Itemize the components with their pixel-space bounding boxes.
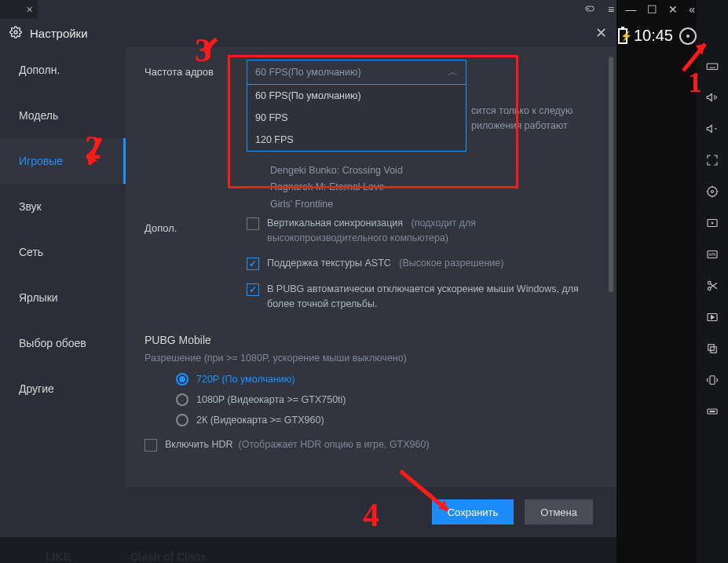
maximize-icon[interactable]: ☐ bbox=[647, 3, 657, 16]
additional-label: Допол. bbox=[145, 216, 247, 234]
framerate-option-60[interactable]: 60 FPS(По умолчанию) bbox=[247, 85, 466, 107]
svg-rect-11 bbox=[708, 345, 715, 351]
game-list-item: Ragnarok M: Eternal Love bbox=[270, 179, 598, 196]
video-play-icon[interactable] bbox=[704, 309, 720, 325]
framerate-side-note-2: риложения работают bbox=[471, 119, 573, 133]
collapse-sidebar-icon[interactable]: « bbox=[689, 3, 695, 16]
background-app-labels: LIKE Clash of Clans bbox=[46, 550, 207, 563]
keyboard-icon[interactable] bbox=[704, 58, 720, 74]
settings-close-button[interactable]: ✕ bbox=[595, 24, 607, 42]
svg-point-8 bbox=[708, 281, 711, 284]
svg-point-3 bbox=[708, 187, 717, 196]
svg-rect-12 bbox=[711, 347, 717, 353]
pubg-resolution-hint: Разрешение (при >= 1080P, ускорение мыши… bbox=[145, 353, 598, 364]
sidebar-item-shortcuts[interactable]: Ярлыки bbox=[0, 275, 126, 320]
svg-point-15 bbox=[710, 411, 712, 412]
scissors-icon[interactable] bbox=[704, 278, 720, 294]
svg-point-17 bbox=[714, 411, 715, 412]
framerate-label: Частота адров bbox=[145, 60, 247, 78]
scrollbar[interactable] bbox=[609, 57, 613, 292]
game-list-item: Girls' Frontline bbox=[270, 196, 598, 213]
pubg-res-720p-radio[interactable] bbox=[176, 373, 188, 386]
pubg-res-1080p-label: 1080P (Видеокарта >= GTX750ti) bbox=[196, 394, 346, 405]
hdr-hint: (Отображает HDR опцию в игре, GTX960) bbox=[239, 439, 430, 450]
sidebar-item-network[interactable]: Сеть bbox=[0, 229, 126, 275]
settings-sidebar: Дополн. Модель Игровые Звук Сеть Ярлыки … bbox=[0, 47, 126, 487]
hdr-label: Включить HDR bbox=[165, 439, 233, 450]
hdr-checkbox[interactable] bbox=[145, 439, 157, 451]
shake-icon[interactable] bbox=[704, 372, 720, 388]
sidebar-item-additional[interactable]: Дополн. bbox=[0, 47, 126, 93]
window-close-icon[interactable]: ✕ bbox=[668, 3, 678, 16]
cancel-button[interactable]: Отмена bbox=[525, 499, 593, 525]
bg-label-clash: Clash of Clans bbox=[130, 550, 207, 563]
settings-panel: Настройки ✕ Дополн. Модель Игровые Звук … bbox=[0, 19, 616, 537]
svg-rect-13 bbox=[710, 376, 715, 385]
settings-footer: Сохранить Отмена bbox=[0, 487, 616, 537]
save-button[interactable]: Сохранить bbox=[432, 499, 514, 525]
settings-header: Настройки ✕ bbox=[0, 19, 616, 47]
gamepad-icon[interactable] bbox=[583, 3, 597, 16]
bg-label-like: LIKE bbox=[46, 550, 71, 563]
gear-icon bbox=[9, 26, 22, 41]
apk-icon[interactable]: APK bbox=[704, 247, 720, 262]
emulator-status-bar: ⚡ 10:45 bbox=[618, 27, 697, 45]
battery-icon: ⚡ bbox=[618, 28, 627, 44]
pubg-res-2k-label: 2К (Видеокарта >= GTX960) bbox=[196, 415, 324, 426]
svg-text:APK: APK bbox=[709, 253, 716, 257]
pubg-res-2k-radio[interactable] bbox=[176, 414, 188, 426]
framerate-option-120[interactable]: 120 FPS bbox=[247, 129, 466, 151]
more-icon[interactable] bbox=[704, 404, 720, 419]
emulator-toolbar: APK bbox=[697, 0, 728, 563]
framerate-selected-value: 60 FPS(По умолчанию) bbox=[255, 67, 361, 78]
vsync-label: Вертикальная синхронизация bbox=[267, 218, 403, 228]
volume-up-icon[interactable] bbox=[704, 90, 720, 105]
tab-close-icon[interactable]: ✕ bbox=[26, 5, 33, 15]
astc-label: Поддержка текстуры ASTC bbox=[267, 258, 391, 269]
pubg-section-title: PUBG Mobile bbox=[145, 334, 598, 346]
multi-window-icon[interactable] bbox=[704, 341, 720, 356]
framerate-dropdown: 60 FPS(По умолчанию) 90 FPS 120 FPS bbox=[247, 85, 466, 152]
svg-point-16 bbox=[712, 411, 713, 412]
pubg-res-720p-label: 720P (По умолчанию) bbox=[196, 374, 294, 385]
sidebar-item-sound[interactable]: Звук bbox=[0, 184, 126, 229]
status-time: 10:45 bbox=[634, 27, 673, 45]
astc-checkbox[interactable] bbox=[247, 258, 259, 270]
framerate-side-note-1: сится только к следую bbox=[471, 104, 573, 119]
emulator-titlebar: ✕ bbox=[0, 0, 616, 19]
volume-down-icon[interactable] bbox=[704, 121, 720, 137]
vsync-checkbox[interactable] bbox=[247, 218, 259, 230]
settings-main: Частота адров 60 FPS(По умолчанию) ︿ 60 … bbox=[126, 47, 616, 487]
location-icon[interactable] bbox=[704, 184, 720, 199]
sidebar-item-other[interactable]: Другие bbox=[0, 366, 126, 411]
status-settings-icon[interactable] bbox=[679, 27, 697, 45]
astc-hint: (Высокое разрешение) bbox=[399, 258, 503, 269]
svg-point-9 bbox=[708, 287, 711, 291]
sidebar-item-wallpaper[interactable]: Выбор обоев bbox=[0, 320, 126, 366]
svg-point-4 bbox=[712, 191, 714, 193]
add-window-icon[interactable] bbox=[704, 215, 720, 231]
minimize-icon[interactable]: — bbox=[625, 3, 636, 16]
window-controls: ≡ — ☐ ✕ « bbox=[542, 0, 695, 19]
emulator-tab[interactable]: ✕ bbox=[0, 0, 38, 19]
pubg-accel-label: В PUBG автоматически отключается ускорен… bbox=[267, 282, 598, 312]
game-list-item: Dengeki Bunko: Crossing Void bbox=[270, 163, 598, 179]
settings-title: Настройки bbox=[30, 27, 88, 40]
menu-icon[interactable]: ≡ bbox=[608, 3, 614, 16]
sidebar-item-game[interactable]: Игровые bbox=[0, 138, 126, 184]
svg-rect-2 bbox=[707, 64, 718, 70]
svg-rect-1 bbox=[586, 6, 594, 11]
pubg-accel-checkbox[interactable] bbox=[247, 283, 259, 296]
pubg-res-1080p-radio[interactable] bbox=[176, 393, 188, 406]
chevron-up-icon: ︿ bbox=[448, 66, 458, 79]
framerate-option-90[interactable]: 90 FPS bbox=[247, 107, 466, 129]
sidebar-item-model[interactable]: Модель bbox=[0, 93, 126, 138]
svg-point-0 bbox=[14, 31, 17, 34]
framerate-select-current[interactable]: 60 FPS(По умолчанию) ︿ bbox=[247, 60, 466, 85]
fullscreen-icon[interactable] bbox=[704, 152, 720, 168]
framerate-select[interactable]: 60 FPS(По умолчанию) ︿ 60 FPS(По умолчан… bbox=[247, 60, 466, 152]
